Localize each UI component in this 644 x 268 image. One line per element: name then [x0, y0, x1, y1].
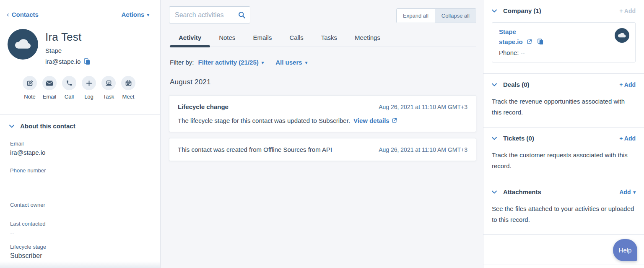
actions-label: Actions: [121, 11, 144, 18]
tab-notes[interactable]: Notes: [210, 30, 244, 47]
help-button[interactable]: Help: [613, 239, 637, 261]
task-label: Task: [103, 94, 114, 100]
associations-sidebar: Company (1) + Add Stape stape.io Phone: …: [483, 0, 644, 268]
about-this-contact-section: About this contact Email ira@stape.io Ph…: [0, 114, 160, 260]
contact-sidebar: ‹ Contacts Actions ▾ Ira Test Stape ira@…: [0, 0, 161, 268]
tickets-section: Tickets (0) + Add Track the customer req…: [483, 127, 644, 181]
event-card-lifecycle-change[interactable]: Lifecycle change Aug 26, 2021 at 11:10 A…: [169, 95, 476, 132]
email-label: Email: [43, 94, 57, 100]
contact-email-row: ira@stape.io: [45, 58, 90, 65]
company-phone: Phone: --: [499, 49, 628, 56]
event-card-contact-created[interactable]: This contact was created from Offline So…: [169, 138, 476, 161]
tab-meetings[interactable]: Meetings: [346, 30, 389, 47]
deals-empty-description: Track the revenue opportunities associat…: [492, 96, 636, 118]
note-button[interactable]: Note: [23, 76, 37, 100]
about-section-toggle[interactable]: About this contact: [9, 122, 150, 130]
filter-activity-dropdown[interactable]: Filter activity (21/25) ▾: [198, 59, 264, 66]
back-link-label: Contacts: [12, 11, 39, 18]
filter-row: Filter by: Filter activity (21/25) ▾ All…: [169, 59, 476, 66]
property-phone-number: Phone number: [10, 167, 150, 184]
timeline-header: Expand all Collapse all: [169, 6, 476, 23]
contact-sidebar-header: ‹ Contacts Actions ▾: [0, 0, 160, 18]
property-value[interactable]: --: [10, 229, 150, 237]
task-button[interactable]: Task: [101, 76, 116, 100]
chevron-down-icon[interactable]: [492, 137, 497, 140]
property-email: Email ira@stape.io: [10, 141, 150, 157]
contact-email: ira@stape.io: [45, 58, 80, 65]
call-label: Call: [65, 94, 74, 100]
property-last-contacted: Last contacted --: [10, 221, 150, 237]
actions-dropdown[interactable]: Actions ▾: [121, 11, 149, 18]
caret-down-icon: ▾: [305, 60, 308, 65]
meet-button[interactable]: Meet: [121, 76, 135, 100]
chevron-down-icon[interactable]: [492, 83, 497, 86]
log-button[interactable]: Log: [82, 76, 96, 100]
company-avatar: [615, 28, 629, 43]
task-list-icon: [105, 80, 112, 87]
meet-label: Meet: [122, 94, 135, 100]
tickets-empty-description: Track the customer requests associated w…: [492, 150, 636, 172]
add-attachment-dropdown[interactable]: Add ▾: [619, 189, 636, 195]
view-details-link[interactable]: View details: [353, 117, 397, 124]
call-button[interactable]: Call: [62, 76, 76, 100]
activity-timeline-panel: Expand all Collapse all Activity Notes E…: [161, 0, 483, 268]
add-company-link[interactable]: + Add: [619, 8, 636, 14]
add-deal-link[interactable]: + Add: [619, 81, 636, 88]
timeline-tabs: Activity Notes Emails Calls Tasks Meetin…: [169, 30, 476, 47]
note-label: Note: [24, 94, 35, 100]
deals-section-title: Deals (0): [503, 81, 619, 88]
property-value[interactable]: [10, 210, 150, 211]
caret-down-icon: ▾: [147, 13, 149, 17]
property-value[interactable]: [10, 176, 150, 184]
filter-by-label: Filter by:: [170, 59, 194, 66]
contact-name: Ira Test: [45, 31, 90, 44]
company-domain-link[interactable]: stape.io: [499, 38, 523, 45]
external-link-icon: [392, 118, 397, 123]
property-value[interactable]: ira@stape.io: [10, 149, 150, 157]
section-divider: [483, 265, 644, 265]
plus-icon: [86, 80, 93, 87]
email-button[interactable]: Email: [42, 76, 57, 100]
back-to-contacts-link[interactable]: ‹ Contacts: [7, 11, 39, 18]
property-label: Phone number: [10, 167, 150, 174]
event-timestamp: Aug 26, 2021 at 11:10 AM GMT+3: [379, 146, 467, 153]
property-lifecycle-stage: Lifecycle stage Subscriber: [10, 244, 150, 260]
expand-all-button[interactable]: Expand all: [397, 9, 435, 23]
copy-domain-icon[interactable]: [538, 39, 543, 45]
search-icon[interactable]: [238, 11, 246, 19]
all-users-dropdown[interactable]: All users ▾: [275, 59, 307, 66]
cloud-icon: [618, 32, 626, 39]
company-section: Company (1) + Add Stape stape.io Phone: …: [483, 0, 644, 74]
add-ticket-link[interactable]: + Add: [619, 135, 636, 142]
associated-company-card[interactable]: Stape stape.io Phone: --: [492, 22, 636, 62]
property-value[interactable]: Subscriber: [10, 252, 150, 260]
attachments-empty-description: See the files attached to your activitie…: [492, 203, 636, 225]
property-label: Last contacted: [10, 221, 150, 227]
chevron-down-icon[interactable]: [492, 9, 497, 13]
company-name-link[interactable]: Stape: [499, 28, 628, 35]
event-title: Lifecycle change: [178, 103, 229, 110]
copy-email-icon[interactable]: [84, 58, 90, 65]
cloud-icon: [14, 38, 32, 51]
contact-avatar: [8, 29, 38, 60]
event-body: The lifecycle stage for this contact was…: [178, 117, 467, 124]
tickets-section-title: Tickets (0): [503, 135, 619, 142]
attachments-section-title: Attachments: [503, 188, 619, 195]
tab-activity[interactable]: Activity: [170, 30, 210, 47]
tab-calls[interactable]: Calls: [280, 30, 312, 47]
tab-tasks[interactable]: Tasks: [312, 30, 346, 47]
chevron-down-icon[interactable]: [492, 190, 497, 194]
chevron-left-icon: ‹: [7, 11, 9, 18]
caret-down-icon: ▾: [262, 60, 264, 65]
chevron-down-icon: [9, 125, 14, 128]
contact-profile: Ira Test Stape ira@stape.io: [0, 18, 160, 65]
timeline-month-header: August 2021: [169, 78, 476, 86]
calendar-icon: [125, 80, 132, 87]
scroll-fade: [0, 261, 160, 268]
property-label: Lifecycle stage: [10, 244, 150, 250]
event-title: This contact was created from Offline So…: [178, 146, 332, 153]
timeline-events: Lifecycle change Aug 26, 2021 at 11:10 A…: [169, 95, 476, 161]
collapse-all-button[interactable]: Collapse all: [435, 9, 476, 23]
tab-emails[interactable]: Emails: [244, 30, 280, 47]
external-link-icon[interactable]: [527, 39, 532, 44]
